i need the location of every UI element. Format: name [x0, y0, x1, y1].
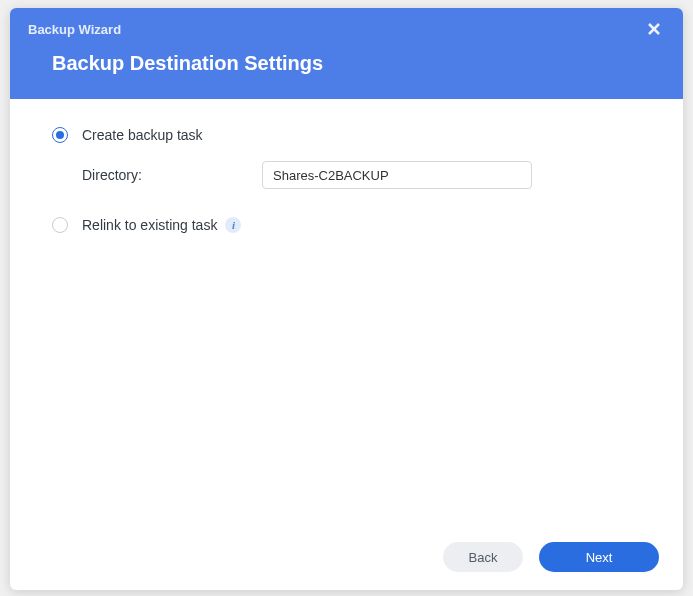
radio-relink-label: Relink to existing task [82, 217, 217, 233]
radio-create-label: Create backup task [82, 127, 203, 143]
info-icon[interactable]: i [225, 217, 241, 233]
dialog-footer: Back Next [10, 532, 683, 590]
radio-relink-task[interactable] [52, 217, 68, 233]
dialog-header: Backup Wizard Backup Destination Setting… [10, 8, 683, 99]
option-create-row: Create backup task [52, 127, 641, 143]
back-button[interactable]: Back [443, 542, 523, 572]
radio-create-task[interactable] [52, 127, 68, 143]
backup-wizard-dialog: Backup Wizard Backup Destination Setting… [10, 8, 683, 590]
titlebar-title: Backup Wizard [28, 22, 121, 37]
page-title: Backup Destination Settings [10, 44, 683, 99]
directory-row: Directory: [82, 161, 641, 189]
close-icon [647, 22, 661, 36]
titlebar: Backup Wizard [10, 8, 683, 44]
directory-label: Directory: [82, 167, 262, 183]
directory-input[interactable] [262, 161, 532, 189]
next-button[interactable]: Next [539, 542, 659, 572]
close-button[interactable] [643, 18, 665, 40]
dialog-content: Create backup task Directory: Relink to … [10, 99, 683, 532]
option-relink-row: Relink to existing task i [52, 217, 641, 233]
